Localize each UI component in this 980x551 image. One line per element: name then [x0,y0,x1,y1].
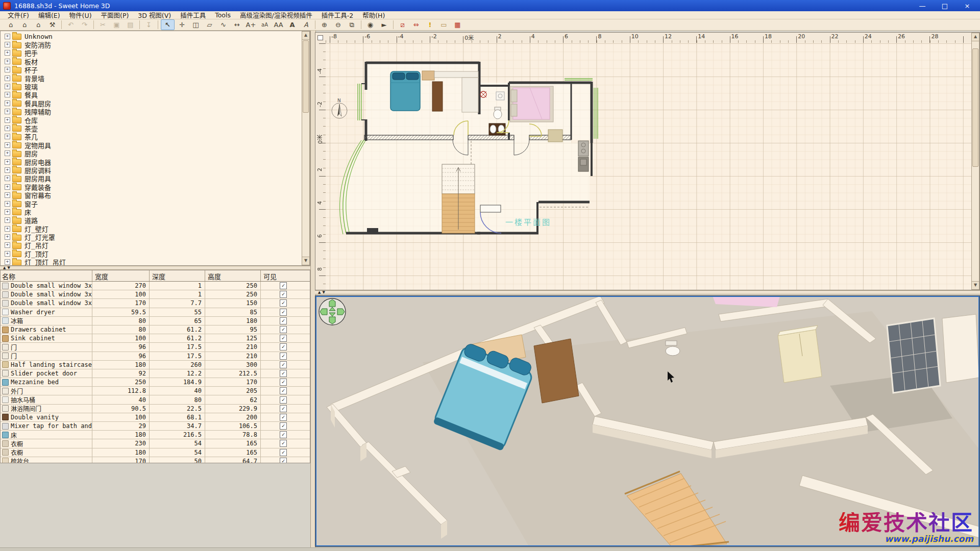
table-row[interactable]: 衣橱18054165✓ [1,448,310,457]
catalog-item[interactable]: +灯_顶灯_吊灯 [1,258,301,266]
plan-3d-splitter[interactable]: ▲▼ [315,290,980,294]
catalog-item[interactable]: +安防消防 [1,40,301,48]
table-row[interactable]: 门9617.5210✓ [1,343,310,352]
expand-icon[interactable]: + [5,67,10,72]
splitter-down-icon[interactable]: ▼ [322,290,325,294]
column-header-0[interactable]: 名称 [1,270,92,281]
menu-view3d[interactable]: 3D 视图(V) [133,10,176,20]
expand-icon[interactable]: + [5,209,10,215]
table-row[interactable]: Half landing staircase180260300✓ [1,361,310,369]
table-row[interactable]: Mezzanine bed250184.9170✓ [1,378,310,387]
table-row[interactable]: 淋浴隔间门90.522.5229.9✓ [1,405,310,413]
menu-plugin-tools[interactable]: 插件工具 [176,10,210,20]
save-home-button[interactable]: ⌂ [32,20,45,30]
expand-icon[interactable]: + [5,242,10,248]
paste-button[interactable]: ▤ [124,20,137,30]
visible-checkbox[interactable]: ✓ [280,449,287,456]
zoom-out-button[interactable]: ⊖ [332,20,345,30]
plan-panel[interactable]: -8-6-4-20米246810121416182022242628 -4-20… [315,32,980,290]
expand-icon[interactable]: + [5,34,10,39]
visible-checkbox[interactable]: ✓ [280,361,287,368]
catalog-item[interactable]: +灯_灯光罩 [1,233,301,241]
catalog-item[interactable]: +餐具 [1,91,301,99]
plugin-texture-button[interactable]: ▭ [437,20,450,30]
catalog-item[interactable]: +茶壶 [1,124,301,132]
redo-button[interactable]: ↷ [78,20,91,30]
catalog-item[interactable]: +杯子 [1,66,301,74]
expand-icon[interactable]: + [5,84,10,89]
table-row[interactable]: 门9617.5210✓ [1,352,310,361]
catalog-item[interactable]: +把手 [1,49,301,57]
table-row[interactable]: Sink cabinet10061.2125✓ [1,334,310,343]
expand-icon[interactable]: + [5,159,10,165]
plan-scrollbar-thumb[interactable] [972,48,978,167]
floor-plan-title[interactable]: 一楼平面图 [505,216,551,227]
table-row[interactable]: Double small window 3x3...2701250✓ [1,282,310,290]
expand-icon[interactable]: + [5,109,10,114]
expand-icon[interactable]: + [5,226,10,232]
increase-text-size-button[interactable]: AA [272,20,285,30]
catalog-item[interactable]: +Unknown [1,32,301,40]
table-row[interactable]: 梳妆台1705064.7✓ [1,457,310,463]
expand-icon[interactable]: + [5,101,10,106]
expand-icon[interactable]: + [5,92,10,97]
catalog-item[interactable]: +板材 [1,57,301,65]
visible-checkbox[interactable]: ✓ [280,440,287,447]
visible-checkbox[interactable]: ✓ [280,458,287,463]
navigation-compass[interactable] [318,297,347,326]
catalog-item[interactable]: +道路 [1,216,301,224]
expand-icon[interactable]: + [5,234,10,240]
table-row[interactable]: 床180216.578.8✓ [1,431,310,439]
decrease-text-size-button[interactable]: aA [258,20,271,30]
table-row[interactable]: Double small window 3x3...1707.7150✓ [1,299,310,308]
visible-checkbox[interactable]: ✓ [280,309,287,316]
catalog-item[interactable]: +背景墙 [1,74,301,82]
visible-checkbox[interactable]: ✓ [280,291,287,298]
expand-icon[interactable]: + [5,76,10,81]
create-photo-button[interactable]: ⧉ [346,20,358,30]
visible-checkbox[interactable]: ✓ [280,317,287,324]
catalog-item[interactable]: +厨房 [1,149,301,157]
menu-help[interactable]: 帮助(H) [358,10,389,20]
new-home-button[interactable]: ⌂ [5,20,17,30]
expand-icon[interactable]: + [5,167,10,173]
expand-icon[interactable]: + [5,217,10,223]
copy-button[interactable]: ▣ [110,20,123,30]
visible-checkbox[interactable]: ✓ [280,387,287,394]
view-3d-panel[interactable]: 编爱技术社区 www.paijishu.com [315,295,980,547]
table-row[interactable]: Washer dryer59.55585✓ [1,308,310,317]
bold-button[interactable]: A [286,20,299,30]
photo-camera-button[interactable]: ◉ [364,20,377,30]
table-row[interactable]: 抽水马桶408062✓ [1,395,310,404]
add-furniture-button[interactable]: ↧ [142,20,155,30]
create-dimensions-button[interactable]: ↔ [231,20,243,30]
catalog-item[interactable]: +厨房用具 [1,174,301,183]
plugin-dimension-button[interactable]: ⇔ [410,20,423,30]
create-video-button[interactable]: ► [378,20,390,30]
visible-checkbox[interactable]: ✓ [280,422,287,430]
create-rooms-button[interactable]: ▱ [203,20,216,30]
menu-edit[interactable]: 编辑(E) [34,10,65,20]
column-header-3[interactable]: 高度 [205,270,261,281]
catalog-item[interactable]: +灯_壁灯 [1,224,301,233]
expand-icon[interactable]: + [5,251,10,257]
catalog-item[interactable]: +床 [1,208,301,216]
catalog-item[interactable]: +茶几 [1,133,301,141]
catalog-scrollbar[interactable]: ▲ ▼ [302,31,310,265]
close-button[interactable]: × [963,2,972,10]
visible-checkbox[interactable]: ✓ [280,431,287,438]
visible-checkbox[interactable]: ✓ [280,326,287,333]
menu-advanced-render[interactable]: 高级渲染图/渲染视频插件 [235,10,317,20]
catalog-item[interactable]: +餐具厨房 [1,99,301,107]
menu-furniture[interactable]: 物件(U) [65,10,96,20]
table-row[interactable]: Drawers cabinet8061.295✓ [1,325,310,334]
scroll-up-icon[interactable]: ▲ [972,33,979,41]
expand-icon[interactable]: + [5,151,10,156]
table-row[interactable]: Double small window 3x3...1001250✓ [1,290,310,299]
plan-scrollbar[interactable]: ▲ ▼ [971,33,979,290]
cut-button[interactable]: ✂ [96,20,109,30]
catalog-item[interactable]: +窗帘幕布 [1,191,301,199]
table-row[interactable]: Mixer tap for bath and ...2934.7106.5✓ [1,422,310,431]
visible-checkbox[interactable]: ✓ [280,343,287,350]
catalog-item[interactable]: +玻璃 [1,82,301,90]
